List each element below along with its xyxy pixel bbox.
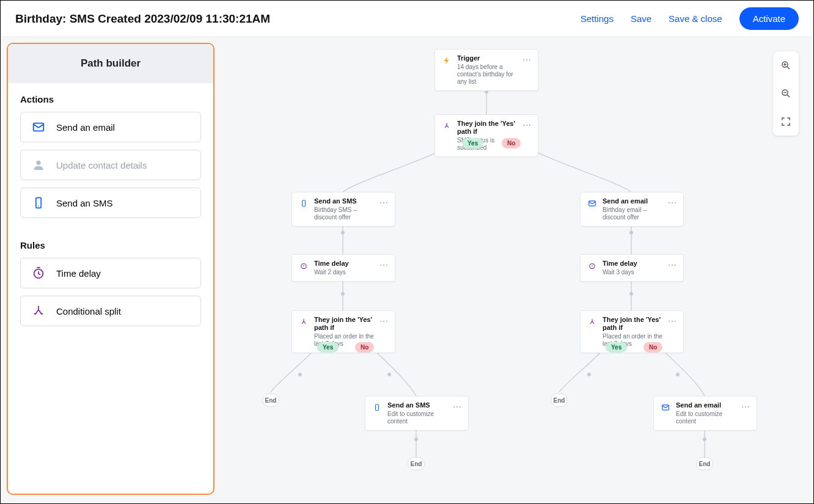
node-menu[interactable]: ⋯: [379, 261, 389, 269]
node-title: Send an SMS: [314, 197, 374, 205]
save-link[interactable]: Save: [631, 13, 651, 24]
svg-point-3: [38, 205, 39, 206]
node-send-sms[interactable]: Send an SMS Birthday SMS -- discount off…: [292, 192, 395, 227]
bolt-icon: [441, 55, 452, 66]
action-label: Send an email: [56, 122, 115, 133]
page-title: Birthday: SMS Created 2023/02/09 11:30:2…: [15, 12, 270, 26]
node-menu[interactable]: ⋯: [379, 199, 389, 207]
end-badge: End: [262, 393, 279, 407]
rule-label: Time delay: [56, 268, 101, 279]
node-title: Trigger: [457, 54, 517, 62]
canvas[interactable]: Path builder Actions Send an email Updat…: [1, 38, 813, 503]
node-sub: Birthday SMS -- discount offer: [314, 206, 374, 221]
phone-icon: [32, 196, 45, 210]
end-badge: End: [408, 457, 425, 470]
node-title: Time delay: [603, 260, 662, 268]
rules-heading: Rules: [20, 240, 201, 250]
node-menu[interactable]: ⋯: [452, 403, 462, 411]
pill-yes: Yes: [317, 342, 339, 352]
node-split-right[interactable]: They join the 'Yes' path if Placed an or…: [580, 310, 684, 353]
action-label: Send an SMS: [56, 198, 113, 208]
node-time-delay-left[interactable]: Time delay Wait 2 days ⋯: [292, 254, 395, 282]
node-send-sms-2[interactable]: Send an SMS Edit to customize content ⋯: [365, 396, 469, 431]
node-sub: Edit to customize content: [676, 411, 736, 425]
node-menu[interactable]: ⋯: [667, 317, 677, 326]
svg-rect-14: [302, 200, 306, 206]
mail-icon: [587, 198, 598, 209]
pill-no: No: [502, 138, 521, 148]
end-badge: End: [551, 393, 568, 407]
node-time-delay-right[interactable]: Time delay Wait 3 days ⋯: [580, 254, 684, 282]
action-update-contact: Update contact details: [20, 150, 201, 180]
mail-icon: [32, 120, 45, 134]
topbar-actions: Settings Save Save & close Activate: [581, 7, 799, 30]
path-builder-panel: Path builder Actions Send an email Updat…: [7, 43, 215, 495]
mail-icon: [660, 402, 671, 413]
activate-button[interactable]: Activate: [739, 7, 799, 30]
node-title: Time delay: [314, 260, 374, 268]
settings-link[interactable]: Settings: [581, 13, 614, 24]
svg-rect-2: [36, 198, 41, 208]
node-title: Send an SMS: [387, 401, 447, 409]
phone-icon: [298, 198, 309, 209]
phone-icon: [372, 402, 383, 413]
svg-rect-16: [376, 404, 379, 411]
node-send-email-2[interactable]: Send an email Edit to customize content …: [653, 396, 757, 431]
split-icon: [587, 316, 598, 327]
pill-no: No: [644, 342, 662, 352]
node-menu[interactable]: ⋯: [667, 199, 677, 207]
action-send-email[interactable]: Send an email: [20, 112, 201, 142]
node-send-email[interactable]: Send an email Birthday email -- discount…: [580, 192, 684, 227]
node-sub: Edit to customize content: [387, 411, 447, 425]
split-icon: [298, 316, 309, 327]
node-title: They join the 'Yes' path if: [457, 120, 517, 136]
pill-no: No: [355, 342, 374, 352]
node-sub: Birthday email -- discount offer: [603, 206, 662, 221]
zoom-out-button[interactable]: [773, 79, 799, 108]
rule-conditional-split[interactable]: Conditional split: [20, 296, 201, 326]
pill-yes: Yes: [606, 342, 627, 352]
node-title: They join the 'Yes' path if: [314, 316, 374, 332]
rule-time-delay[interactable]: Time delay: [20, 258, 201, 288]
stopwatch-icon: [298, 260, 309, 271]
node-split-left[interactable]: They join the 'Yes' path if Placed an or…: [292, 310, 395, 353]
node-split-root[interactable]: They join the 'Yes' path if SMS status i…: [435, 114, 538, 157]
rule-label: Conditional split: [56, 306, 121, 316]
split-icon: [441, 120, 452, 131]
stopwatch-icon: [587, 260, 598, 271]
node-sub: Wait 3 days: [603, 269, 662, 276]
action-send-sms[interactable]: Send an SMS: [20, 188, 201, 218]
fit-screen-button[interactable]: [773, 108, 799, 136]
node-menu[interactable]: ⋯: [741, 403, 750, 411]
split-icon: [32, 304, 45, 318]
node-menu[interactable]: ⋯: [522, 121, 532, 130]
zoom-panel: [773, 51, 799, 136]
node-menu[interactable]: ⋯: [522, 56, 532, 64]
node-title: They join the 'Yes' path if: [603, 316, 662, 332]
node-trigger[interactable]: Trigger 14 days before a contact's birth…: [435, 49, 538, 91]
pill-yes: Yes: [462, 138, 483, 148]
sidebar-title: Path builder: [8, 44, 213, 83]
save-close-link[interactable]: Save & close: [669, 13, 722, 24]
node-title: Send an email: [676, 401, 736, 409]
user-icon: [32, 158, 45, 172]
action-label: Update contact details: [56, 160, 147, 170]
node-sub: 14 days before a contact's birthday for …: [457, 64, 517, 86]
top-bar: Birthday: SMS Created 2023/02/09 11:30:2…: [1, 1, 813, 37]
node-sub: Wait 2 days: [314, 269, 374, 276]
node-menu[interactable]: ⋯: [667, 261, 677, 269]
zoom-in-button[interactable]: [773, 51, 799, 79]
stopwatch-icon: [32, 266, 45, 280]
node-title: Send an email: [603, 197, 662, 205]
end-badge: End: [696, 457, 713, 470]
node-menu[interactable]: ⋯: [379, 317, 389, 326]
actions-heading: Actions: [20, 94, 201, 104]
svg-point-1: [36, 161, 40, 165]
